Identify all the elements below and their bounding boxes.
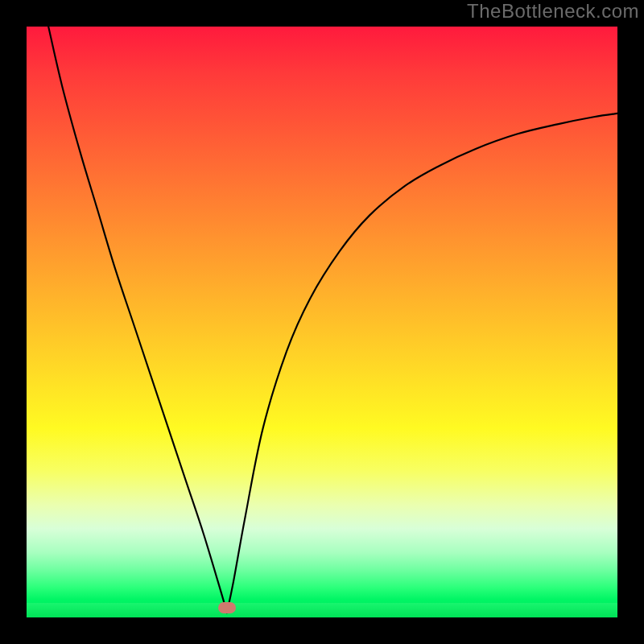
curve-layer: [27, 27, 617, 617]
curve-left-branch: [48, 27, 227, 613]
plot-area: [27, 27, 617, 617]
min-point-marker: [218, 602, 236, 613]
curve-right-branch: [227, 114, 617, 613]
chart-frame: TheBottleneck.com: [0, 0, 644, 644]
attribution-text: TheBottleneck.com: [467, 0, 639, 23]
